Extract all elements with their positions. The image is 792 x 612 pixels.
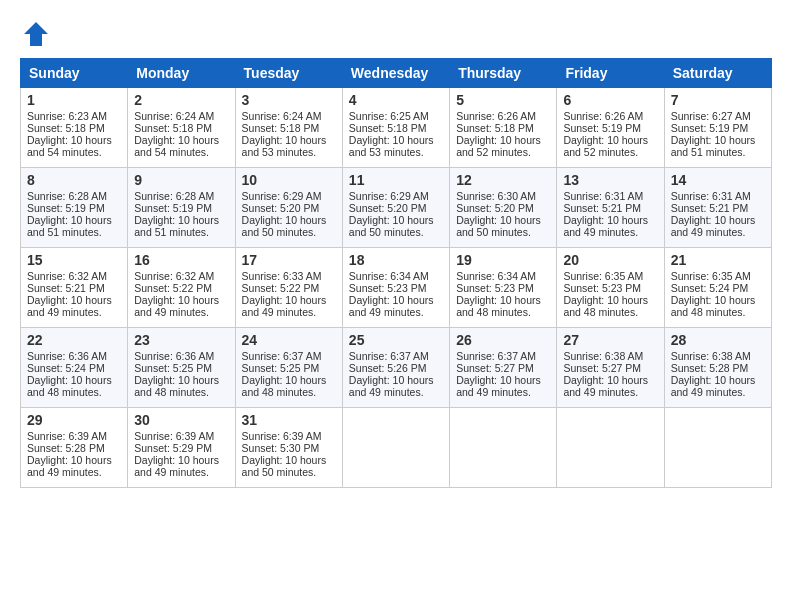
table-row: 2Sunrise: 6:24 AMSunset: 5:18 PMDaylight… — [128, 88, 235, 168]
daylight-minutes: and 49 minutes. — [456, 386, 531, 398]
logo-icon — [22, 20, 50, 48]
sunset-text: Sunset: 5:23 PM — [349, 282, 427, 294]
sunrise-text: Sunrise: 6:32 AM — [134, 270, 214, 282]
day-number: 16 — [134, 252, 228, 268]
daylight-minutes: and 49 minutes. — [27, 466, 102, 478]
daylight-text: Daylight: 10 hours — [349, 294, 434, 306]
sunrise-text: Sunrise: 6:28 AM — [134, 190, 214, 202]
day-number: 3 — [242, 92, 336, 108]
daylight-minutes: and 50 minutes. — [456, 226, 531, 238]
sunrise-text: Sunrise: 6:29 AM — [349, 190, 429, 202]
daylight-text: Daylight: 10 hours — [563, 374, 648, 386]
sunrise-text: Sunrise: 6:39 AM — [27, 430, 107, 442]
sunrise-text: Sunrise: 6:32 AM — [27, 270, 107, 282]
calendar-table: Sunday Monday Tuesday Wednesday Thursday… — [20, 58, 772, 488]
day-number: 1 — [27, 92, 121, 108]
sunrise-text: Sunrise: 6:25 AM — [349, 110, 429, 122]
sunset-text: Sunset: 5:30 PM — [242, 442, 320, 454]
day-number: 22 — [27, 332, 121, 348]
sunrise-text: Sunrise: 6:30 AM — [456, 190, 536, 202]
daylight-text: Daylight: 10 hours — [27, 374, 112, 386]
day-number: 21 — [671, 252, 765, 268]
day-number: 5 — [456, 92, 550, 108]
col-monday: Monday — [128, 59, 235, 88]
day-number: 6 — [563, 92, 657, 108]
daylight-minutes: and 54 minutes. — [134, 146, 209, 158]
daylight-minutes: and 48 minutes. — [456, 306, 531, 318]
day-number: 2 — [134, 92, 228, 108]
daylight-minutes: and 50 minutes. — [242, 226, 317, 238]
day-number: 28 — [671, 332, 765, 348]
daylight-text: Daylight: 10 hours — [456, 214, 541, 226]
daylight-text: Daylight: 10 hours — [27, 294, 112, 306]
daylight-minutes: and 49 minutes. — [27, 306, 102, 318]
table-row: 24Sunrise: 6:37 AMSunset: 5:25 PMDayligh… — [235, 328, 342, 408]
daylight-text: Daylight: 10 hours — [242, 134, 327, 146]
daylight-text: Daylight: 10 hours — [27, 454, 112, 466]
daylight-text: Daylight: 10 hours — [242, 374, 327, 386]
sunset-text: Sunset: 5:19 PM — [27, 202, 105, 214]
table-row: 10Sunrise: 6:29 AMSunset: 5:20 PMDayligh… — [235, 168, 342, 248]
daylight-text: Daylight: 10 hours — [134, 214, 219, 226]
logo — [20, 20, 50, 48]
col-sunday: Sunday — [21, 59, 128, 88]
table-row: 3Sunrise: 6:24 AMSunset: 5:18 PMDaylight… — [235, 88, 342, 168]
daylight-minutes: and 49 minutes. — [563, 226, 638, 238]
sunset-text: Sunset: 5:23 PM — [563, 282, 641, 294]
sunrise-text: Sunrise: 6:39 AM — [134, 430, 214, 442]
day-number: 8 — [27, 172, 121, 188]
table-row — [664, 408, 771, 488]
table-row: 6Sunrise: 6:26 AMSunset: 5:19 PMDaylight… — [557, 88, 664, 168]
sunrise-text: Sunrise: 6:39 AM — [242, 430, 322, 442]
table-row: 12Sunrise: 6:30 AMSunset: 5:20 PMDayligh… — [450, 168, 557, 248]
daylight-text: Daylight: 10 hours — [134, 294, 219, 306]
sunset-text: Sunset: 5:19 PM — [671, 122, 749, 134]
sunset-text: Sunset: 5:27 PM — [456, 362, 534, 374]
daylight-text: Daylight: 10 hours — [456, 134, 541, 146]
sunset-text: Sunset: 5:25 PM — [134, 362, 212, 374]
sunrise-text: Sunrise: 6:36 AM — [27, 350, 107, 362]
table-row: 27Sunrise: 6:38 AMSunset: 5:27 PMDayligh… — [557, 328, 664, 408]
sunrise-text: Sunrise: 6:36 AM — [134, 350, 214, 362]
daylight-text: Daylight: 10 hours — [563, 294, 648, 306]
day-number: 13 — [563, 172, 657, 188]
daylight-minutes: and 50 minutes. — [242, 466, 317, 478]
table-row: 26Sunrise: 6:37 AMSunset: 5:27 PMDayligh… — [450, 328, 557, 408]
daylight-text: Daylight: 10 hours — [242, 454, 327, 466]
day-number: 29 — [27, 412, 121, 428]
sunset-text: Sunset: 5:22 PM — [134, 282, 212, 294]
daylight-text: Daylight: 10 hours — [134, 134, 219, 146]
sunset-text: Sunset: 5:20 PM — [242, 202, 320, 214]
daylight-text: Daylight: 10 hours — [349, 374, 434, 386]
sunset-text: Sunset: 5:19 PM — [134, 202, 212, 214]
calendar-week-row: 15Sunrise: 6:32 AMSunset: 5:21 PMDayligh… — [21, 248, 772, 328]
table-row: 11Sunrise: 6:29 AMSunset: 5:20 PMDayligh… — [342, 168, 449, 248]
table-row — [450, 408, 557, 488]
sunrise-text: Sunrise: 6:28 AM — [27, 190, 107, 202]
sunset-text: Sunset: 5:22 PM — [242, 282, 320, 294]
table-row: 4Sunrise: 6:25 AMSunset: 5:18 PMDaylight… — [342, 88, 449, 168]
daylight-minutes: and 53 minutes. — [242, 146, 317, 158]
table-row: 9Sunrise: 6:28 AMSunset: 5:19 PMDaylight… — [128, 168, 235, 248]
day-number: 4 — [349, 92, 443, 108]
day-number: 18 — [349, 252, 443, 268]
sunrise-text: Sunrise: 6:33 AM — [242, 270, 322, 282]
daylight-text: Daylight: 10 hours — [671, 134, 756, 146]
calendar-week-row: 29Sunrise: 6:39 AMSunset: 5:28 PMDayligh… — [21, 408, 772, 488]
table-row: 18Sunrise: 6:34 AMSunset: 5:23 PMDayligh… — [342, 248, 449, 328]
table-row: 22Sunrise: 6:36 AMSunset: 5:24 PMDayligh… — [21, 328, 128, 408]
table-row: 30Sunrise: 6:39 AMSunset: 5:29 PMDayligh… — [128, 408, 235, 488]
daylight-text: Daylight: 10 hours — [349, 134, 434, 146]
daylight-text: Daylight: 10 hours — [671, 214, 756, 226]
table-row: 13Sunrise: 6:31 AMSunset: 5:21 PMDayligh… — [557, 168, 664, 248]
sunset-text: Sunset: 5:21 PM — [27, 282, 105, 294]
table-row: 19Sunrise: 6:34 AMSunset: 5:23 PMDayligh… — [450, 248, 557, 328]
table-row: 23Sunrise: 6:36 AMSunset: 5:25 PMDayligh… — [128, 328, 235, 408]
day-number: 23 — [134, 332, 228, 348]
calendar-week-row: 8Sunrise: 6:28 AMSunset: 5:19 PMDaylight… — [21, 168, 772, 248]
daylight-text: Daylight: 10 hours — [242, 214, 327, 226]
sunset-text: Sunset: 5:18 PM — [349, 122, 427, 134]
daylight-minutes: and 49 minutes. — [349, 386, 424, 398]
daylight-minutes: and 49 minutes. — [134, 306, 209, 318]
col-wednesday: Wednesday — [342, 59, 449, 88]
